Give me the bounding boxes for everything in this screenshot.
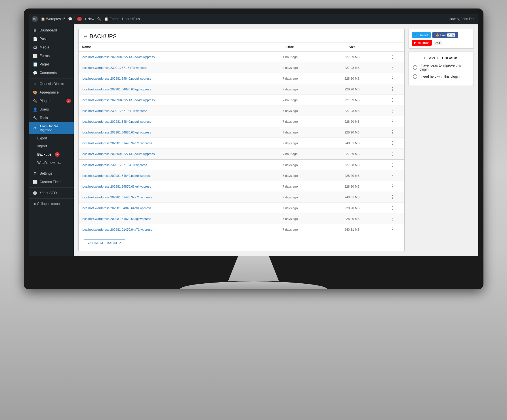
backup-actions: ⋮: [381, 159, 404, 170]
plugin-icon-item[interactable]: 🔌: [97, 17, 101, 21]
col-header-actions: [381, 43, 404, 52]
sidebar-sub-import[interactable]: Import: [29, 142, 74, 150]
action-menu-button[interactable]: ⋮: [389, 107, 397, 114]
sidebar-sub-export[interactable]: Export: [29, 134, 74, 142]
action-menu-button[interactable]: ⋮: [389, 205, 397, 211]
sidebar-item-forms[interactable]: ⬜ Forms: [29, 52, 74, 60]
backup-name[interactable]: localhost.wordpress.202981.34840.nzcrd.w…: [79, 203, 258, 213]
backup-name[interactable]: localhost.wordpress.23201.2571.84Tu.wppr…: [79, 159, 258, 170]
sidebar-item-pages[interactable]: 📃 Pages: [29, 60, 74, 69]
sidebar-item-plugins[interactable]: 🔌 Plugins 3: [29, 97, 74, 105]
youtube-count: 741: [434, 41, 442, 45]
sidebar-item-tools[interactable]: 🔧 Tools: [29, 114, 74, 122]
backup-actions: ⋮: [381, 138, 404, 149]
sidebar-label-users: Users: [40, 107, 49, 111]
backup-name[interactable]: localhost.wordpress.202981.34870.63kgj.w…: [79, 127, 258, 138]
backup-name[interactable]: localhost.wordpress.202981.34840.nzcrd.w…: [79, 170, 258, 181]
sidebar-item-genesis[interactable]: ✦ Genesis Blocks: [29, 80, 74, 88]
comments-item[interactable]: 💬 3 0: [68, 17, 82, 21]
feedback-radio-2[interactable]: [413, 74, 417, 79]
backup-name[interactable]: localhost.wordpress.202981.01470.9ka71.w…: [79, 224, 258, 235]
table-row: localhost.wordpress.202981.34870.63kgj.w…: [79, 84, 404, 95]
forms-item[interactable]: 📋 Forms: [104, 17, 119, 21]
sidebar-item-users[interactable]: 👤 Users: [29, 105, 74, 114]
tweet-button[interactable]: 🐦 Tweet: [412, 32, 431, 38]
sidebar-label-allinone: All-in-One WP Migration: [40, 124, 71, 132]
backup-actions: ⋮: [381, 116, 404, 127]
sidebar-item-media[interactable]: 🖼 Media: [29, 43, 74, 52]
sidebar-label-whatsnew: What's new: [37, 161, 55, 165]
main-layout: ⊞ Dashboard 📄 Posts 🖼 Media ⬜ Forms: [29, 24, 478, 256]
tools-icon: 🔧: [33, 116, 37, 120]
backup-name[interactable]: localhost.wordpress.202981.34840.nzcrd.w…: [79, 116, 258, 127]
sidebar: ⊞ Dashboard 📄 Posts 🖼 Media ⬜ Forms: [29, 24, 74, 256]
backup-name[interactable]: localhost.wordpress.202981.34870.63kgj.w…: [79, 181, 258, 192]
feedback-option-1[interactable]: I have ideas to improve this plugin: [413, 63, 470, 71]
backup-name[interactable]: localhost.wordpress.202981.01470.9ka71.w…: [79, 138, 258, 149]
backup-name[interactable]: localhost.wordpress.23201.2571.84Tu.wppr…: [79, 62, 258, 73]
side-panel: 🐦 Tweet 👍 Like 2.8K ▶ YouTube: [409, 29, 474, 251]
site-name-item[interactable]: 🏠 Wordpress 6: [41, 17, 66, 21]
action-menu-button[interactable]: ⋮: [389, 118, 397, 125]
backup-date: 7 days ago: [258, 116, 323, 127]
action-menu-button[interactable]: ⋮: [389, 226, 397, 233]
backup-name[interactable]: localhost.wordpress.2023904.22713.6hd4st…: [79, 149, 258, 160]
action-menu-button[interactable]: ⋮: [389, 150, 397, 157]
backup-name[interactable]: localhost.wordpress.23201.2571.84Tu.wppr…: [79, 105, 258, 116]
action-menu-button[interactable]: ⋮: [389, 75, 397, 82]
sidebar-sub-whatsnew[interactable]: What's new 🏷: [29, 159, 74, 167]
feedback-radio-1[interactable]: [413, 65, 417, 70]
sidebar-label-export: Export: [37, 136, 47, 140]
youtube-button[interactable]: ▶ YouTube: [412, 40, 432, 46]
backup-date: 1 hour ago: [258, 52, 323, 62]
new-button[interactable]: + New: [85, 17, 94, 21]
action-menu-button[interactable]: ⋮: [389, 64, 397, 71]
action-menu-button[interactable]: ⋮: [389, 194, 397, 200]
comments-sidebar-icon: 💬: [33, 71, 37, 75]
action-menu-button[interactable]: ⋮: [389, 54, 397, 60]
feedback-panel: LEAVE FEEDBACK I have ideas to improve t…: [409, 52, 474, 86]
backup-name[interactable]: localhost.wordpress.202981.01470.9ka71.w…: [79, 192, 258, 203]
action-menu-button[interactable]: ⋮: [389, 86, 397, 92]
sidebar-item-yoast[interactable]: ⬤ Yoast SEO: [29, 189, 74, 197]
action-menu-button[interactable]: ⋮: [389, 172, 397, 179]
action-menu-button[interactable]: ⋮: [389, 97, 397, 103]
panel-title: BACKUPS: [90, 33, 117, 40]
backup-size: 227.98 MB: [323, 62, 382, 73]
like-button[interactable]: 👍 Like 2.8K: [432, 32, 458, 38]
action-menu-button[interactable]: ⋮: [389, 183, 397, 190]
feedback-title: LEAVE FEEDBACK: [413, 56, 470, 60]
action-menu-button[interactable]: ⋮: [389, 129, 397, 135]
backup-name[interactable]: localhost.wordpress.202981.34840.nzcrd.w…: [79, 73, 258, 84]
backup-actions: ⋮: [381, 203, 404, 213]
main-panel: ↩ BACKUPS Name Date Size: [78, 29, 405, 251]
panel-header: ↩ BACKUPS: [79, 29, 404, 43]
sidebar-item-appearance[interactable]: 🎨 Appearance: [29, 88, 74, 97]
backup-actions: ⋮: [381, 62, 404, 73]
action-menu-button[interactable]: ⋮: [389, 215, 397, 222]
backup-name[interactable]: localhost.wordpress.2023904.22713.6hd4st…: [79, 52, 258, 62]
updraft-label: UpdraftPlus: [122, 17, 140, 21]
sidebar-label-media: Media: [40, 45, 49, 49]
action-menu-button[interactable]: ⋮: [389, 140, 397, 146]
backup-name[interactable]: localhost.wordpress.2023904.22713.6hd4st…: [79, 95, 258, 105]
sidebar-item-customfields[interactable]: ⬜ Custom Fields: [29, 178, 74, 186]
updraft-item[interactable]: UpdraftPlus: [122, 17, 140, 21]
action-menu-button[interactable]: ⋮: [389, 162, 397, 168]
youtube-icon: ▶: [414, 41, 416, 44]
sidebar-item-dashboard[interactable]: ⊞ Dashboard: [29, 26, 74, 35]
sidebar-item-comments[interactable]: 💬 Comments: [29, 69, 74, 77]
sidebar-sub-backups[interactable]: Backups 5: [29, 150, 74, 159]
sidebar-item-posts[interactable]: 📄 Posts: [29, 35, 74, 43]
backup-name[interactable]: localhost.wordpress.202981.34870.63kgj.w…: [79, 84, 258, 95]
sidebar-item-settings[interactable]: ⚙ Settings: [29, 169, 74, 178]
content-area: ↩ BACKUPS Name Date Size: [74, 24, 478, 256]
media-icon: 🖼: [33, 45, 37, 50]
create-backup-button[interactable]: ↩ CREATE BACKUP: [84, 239, 125, 247]
wp-logo-item[interactable]: W: [32, 16, 38, 22]
allinone-icon: ⟳: [33, 126, 37, 130]
backup-name[interactable]: localhost.wordpress.202981.34870.63kgj.w…: [79, 213, 258, 224]
sidebar-item-allinone[interactable]: ⟳ All-in-One WP Migration: [29, 122, 74, 134]
feedback-option-2[interactable]: I need help with this plugin: [413, 74, 470, 79]
collapse-menu-item[interactable]: ◀ Collapse menu: [29, 200, 74, 208]
